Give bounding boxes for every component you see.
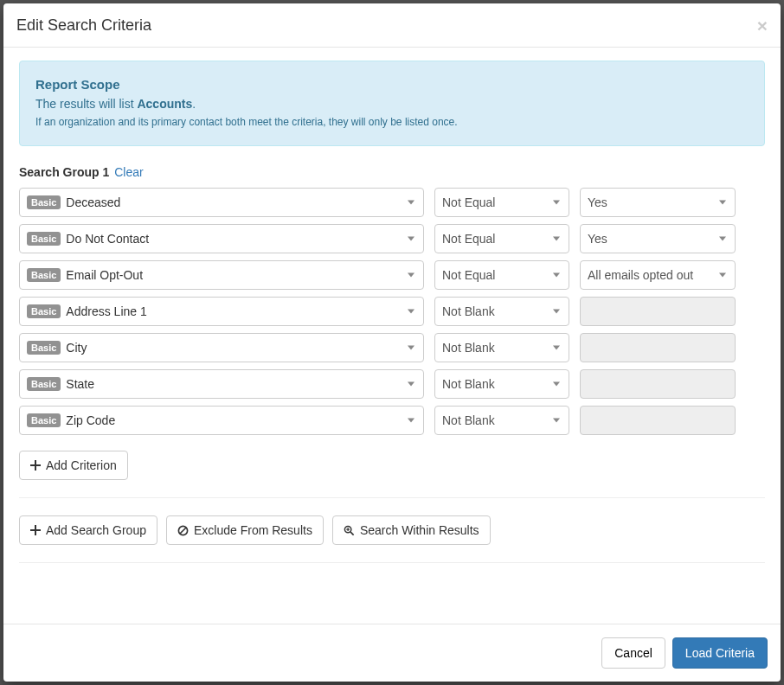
basic-tag: Basic	[27, 268, 61, 282]
field-dropdown[interactable]: BasicDo Not Contact	[19, 224, 424, 253]
field-dropdown[interactable]: BasicEmail Opt-Out	[19, 260, 424, 290]
clear-group-link[interactable]: Clear	[114, 165, 143, 179]
report-scope-note: If an organization and its primary conta…	[35, 116, 749, 128]
chevron-down-icon	[553, 419, 560, 423]
value-dropdown	[580, 369, 736, 399]
operator-value: Not Blank	[442, 304, 495, 318]
search-within-label: Search Within Results	[360, 523, 479, 537]
criterion-row: BasicAddress Line 1Not Blank	[19, 297, 765, 326]
operator-dropdown[interactable]: Not Blank	[434, 369, 569, 399]
chevron-down-icon	[408, 310, 414, 314]
field-dropdown[interactable]: BasicDeceased	[19, 188, 424, 217]
operator-dropdown[interactable]: Not Equal	[434, 224, 569, 253]
separator	[19, 562, 765, 563]
field-value: State	[66, 377, 94, 391]
field-dropdown[interactable]: BasicZip Code	[19, 406, 424, 435]
search-within-results-button[interactable]: Search Within Results	[332, 515, 491, 545]
search-group-label: Search Group 1	[19, 165, 109, 179]
basic-tag: Basic	[27, 341, 61, 355]
criterion-row: BasicEmail Opt-OutNot EqualAll emails op…	[19, 260, 765, 290]
scope-text-suffix: .	[192, 97, 196, 111]
search-group-header: Search Group 1 Clear	[19, 165, 765, 179]
criterion-row: BasicDeceasedNot EqualYes	[19, 188, 765, 217]
operator-dropdown[interactable]: Not Blank	[434, 406, 569, 435]
report-scope-title: Report Scope	[35, 77, 749, 92]
basic-tag: Basic	[27, 413, 61, 427]
report-scope-panel: Report Scope The results will list Accou…	[19, 61, 765, 146]
value-dropdown	[580, 333, 736, 362]
chevron-down-icon	[408, 346, 414, 350]
chevron-down-icon	[553, 310, 560, 314]
svg-line-1	[180, 527, 186, 533]
field-dropdown[interactable]: BasicState	[19, 369, 424, 399]
operator-dropdown[interactable]: Not Blank	[434, 333, 569, 362]
criterion-row: BasicDo Not ContactNot EqualYes	[19, 224, 765, 253]
field-value: Deceased	[66, 195, 120, 209]
close-icon[interactable]: ×	[757, 16, 768, 35]
chevron-down-icon	[408, 419, 414, 423]
field-dropdown[interactable]: BasicCity	[19, 333, 424, 362]
add-criterion-label: Add Criterion	[46, 458, 117, 472]
group-actions-row: Add Search Group Exclude From Results Se…	[19, 515, 765, 545]
chevron-down-icon	[553, 237, 560, 241]
chevron-down-icon	[553, 346, 560, 350]
load-criteria-button[interactable]: Load Criteria	[672, 637, 768, 669]
value-dropdown[interactable]: Yes	[580, 188, 736, 217]
field-value: Address Line 1	[66, 304, 146, 318]
criterion-row: BasicCityNot Blank	[19, 333, 765, 362]
operator-value: Not Blank	[442, 341, 495, 355]
basic-tag: Basic	[27, 195, 61, 209]
modal-footer: Cancel Load Criteria	[3, 624, 781, 682]
add-search-group-label: Add Search Group	[46, 523, 146, 537]
operator-dropdown[interactable]: Not Blank	[434, 297, 569, 326]
value-dropdown	[580, 297, 736, 326]
modal-title: Edit Search Criteria	[16, 16, 151, 35]
exclude-from-results-button[interactable]: Exclude From Results	[166, 515, 324, 545]
criterion-row: BasicZip CodeNot Blank	[19, 406, 765, 435]
value-dropdown	[580, 406, 736, 435]
chevron-down-icon	[408, 201, 414, 205]
chevron-down-icon	[719, 237, 726, 241]
value-text: Yes	[588, 232, 607, 246]
ban-icon	[177, 525, 189, 536]
field-value: Zip Code	[66, 413, 115, 427]
field-value: Do Not Contact	[66, 232, 149, 246]
add-search-group-button[interactable]: Add Search Group	[19, 515, 157, 545]
scope-text-prefix: The results will list	[35, 97, 137, 111]
criterion-row: BasicStateNot Blank	[19, 369, 765, 399]
value-dropdown[interactable]: All emails opted out	[580, 260, 736, 290]
scope-text-bold: Accounts	[137, 97, 192, 111]
value-text: Yes	[588, 195, 607, 209]
basic-tag: Basic	[27, 304, 61, 318]
edit-search-criteria-modal: Edit Search Criteria × Report Scope The …	[3, 3, 781, 682]
criteria-list: BasicDeceasedNot EqualYesBasicDo Not Con…	[19, 188, 765, 435]
basic-tag: Basic	[27, 377, 61, 391]
chevron-down-icon	[553, 273, 560, 278]
cancel-button[interactable]: Cancel	[601, 637, 665, 669]
basic-tag: Basic	[27, 232, 61, 246]
modal-body: Report Scope The results will list Accou…	[3, 48, 781, 624]
chevron-down-icon	[408, 273, 414, 278]
separator	[19, 497, 765, 498]
zoom-in-icon	[344, 525, 355, 536]
chevron-down-icon	[719, 273, 726, 278]
chevron-down-icon	[553, 201, 560, 205]
chevron-down-icon	[408, 237, 414, 241]
exclude-label: Exclude From Results	[194, 523, 312, 537]
chevron-down-icon	[408, 382, 414, 387]
modal-header: Edit Search Criteria ×	[3, 3, 781, 48]
chevron-down-icon	[719, 201, 726, 205]
operator-value: Not Blank	[442, 377, 495, 391]
value-dropdown[interactable]: Yes	[580, 224, 736, 253]
operator-value: Not Equal	[442, 268, 495, 282]
value-text: All emails opted out	[588, 268, 693, 282]
operator-dropdown[interactable]: Not Equal	[434, 188, 569, 217]
operator-dropdown[interactable]: Not Equal	[434, 260, 569, 290]
plus-icon	[30, 525, 41, 535]
field-dropdown[interactable]: BasicAddress Line 1	[19, 297, 424, 326]
field-value: Email Opt-Out	[66, 268, 143, 282]
plus-icon	[30, 460, 41, 471]
add-criterion-button[interactable]: Add Criterion	[19, 451, 128, 480]
report-scope-text: The results will list Accounts.	[35, 97, 749, 111]
svg-line-3	[350, 531, 354, 535]
